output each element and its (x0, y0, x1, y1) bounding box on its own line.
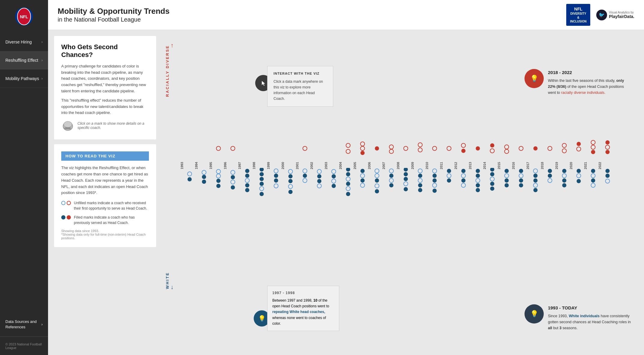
dot-w-2007-2[interactable] (389, 174, 394, 178)
sidebar-item-reshuffling-effect[interactable]: Reshuffling Effect › (0, 51, 48, 70)
sidebar-item-diverse-hiring[interactable]: Diverse Hiring › (0, 33, 48, 51)
dot-w-2016-1[interactable] (519, 169, 523, 173)
dot-w-2001-2[interactable] (303, 174, 307, 178)
dot-w-2002-3[interactable] (317, 179, 322, 183)
dot-rd-2010-1[interactable] (433, 146, 437, 151)
dot-w-2011-2[interactable] (447, 174, 451, 178)
dot-w-2016-2[interactable] (519, 174, 523, 178)
dot-w-2014-2[interactable] (490, 172, 494, 176)
dot-w-2012-3[interactable] (461, 178, 466, 183)
dot-w-2017-4[interactable] (534, 183, 538, 187)
dot-w-2011-1[interactable] (447, 169, 451, 173)
dot-rd-2022-2[interactable] (606, 145, 610, 149)
dot-w-1999-4[interactable] (274, 184, 278, 188)
dot-rd-2013-1[interactable] (476, 146, 480, 151)
dot-rd-1995-1[interactable] (216, 146, 221, 151)
dot-w-2018-1[interactable] (548, 169, 552, 173)
dot-w-2002-2[interactable] (317, 174, 322, 178)
dot-w-1993-2[interactable] (188, 177, 192, 181)
dot-w-2019-4[interactable] (562, 183, 567, 187)
dot-rd-2007-2[interactable] (389, 149, 394, 154)
dot-w-2018-3[interactable] (548, 178, 552, 183)
dot-rd-1996-1[interactable] (231, 146, 235, 151)
dot-w-2001-1[interactable] (303, 169, 307, 173)
dot-w-2012-4[interactable] (461, 183, 466, 187)
dot-w-1995-4[interactable] (216, 184, 221, 188)
viz-panel[interactable]: ↑ RACIALLY DIVERSE WHITE ↓ 1993 1994 199… (162, 36, 638, 349)
dot-w-2019-2[interactable] (562, 174, 567, 178)
dot-rd-2015-2[interactable] (505, 149, 509, 154)
dot-w-2006-1[interactable] (375, 169, 379, 173)
dot-w-2017-5[interactable] (534, 188, 538, 192)
dot-rd-2009-1[interactable] (418, 143, 422, 147)
dot-w-2005-3[interactable] (361, 178, 365, 183)
dot-w-2008-2[interactable] (404, 172, 408, 176)
dot-rd-2020-1[interactable] (577, 142, 581, 146)
dot-w-1998-2[interactable] (260, 172, 264, 176)
dot-w-2021-4[interactable] (591, 183, 595, 187)
dot-w-1998-3[interactable] (260, 177, 264, 181)
dot-w-1997-4[interactable] (245, 183, 249, 187)
dot-w-2010-4[interactable] (433, 183, 437, 187)
dot-w-2004-2[interactable] (346, 172, 350, 176)
dot-w-2005-2[interactable] (361, 174, 365, 178)
dot-w-2000-4[interactable] (289, 184, 293, 189)
dot-w-2001-3[interactable] (303, 178, 307, 183)
dot-rd-2007-1[interactable] (389, 145, 394, 149)
dot-rd-2011-1[interactable] (447, 146, 451, 151)
dot-rd-2022-1[interactable] (606, 140, 610, 145)
dot-w-2017-3[interactable] (534, 178, 538, 183)
dot-w-2022-3[interactable] (606, 179, 610, 183)
dot-w-2020-3[interactable] (577, 179, 581, 183)
dot-w-2002-4[interactable] (317, 184, 322, 188)
dot-w-2013-1[interactable] (476, 169, 480, 173)
dot-w-2013-3[interactable] (476, 178, 480, 183)
dot-w-2003-3[interactable] (332, 179, 336, 183)
dot-rd-2021-3[interactable] (591, 150, 595, 154)
dot-w-2000-5[interactable] (289, 190, 293, 194)
dot-rd-2005-3[interactable] (361, 151, 365, 155)
dot-w-1997-3[interactable] (245, 178, 249, 183)
dot-rd-2016-1[interactable] (519, 146, 523, 151)
dot-w-2007-4[interactable] (389, 183, 394, 187)
dot-w-1995-3[interactable] (216, 179, 221, 183)
dot-w-2009-5[interactable] (418, 188, 422, 192)
dot-rd-2004-2[interactable] (346, 149, 350, 154)
sidebar-item-data-sources[interactable]: Data Sources and References › (0, 312, 48, 337)
dot-rd-2014-2[interactable] (490, 149, 494, 153)
dot-w-2005-4[interactable] (361, 183, 365, 187)
dot-rd-2012-2[interactable] (461, 149, 466, 153)
dot-w-1993-1[interactable] (188, 172, 192, 176)
dot-w-1996-3[interactable] (231, 180, 235, 184)
dot-w-2003-2[interactable] (332, 174, 336, 178)
dot-w-2013-5[interactable] (476, 188, 480, 192)
dot-w-1996-4[interactable] (231, 185, 235, 189)
dot-w-2014-4[interactable] (490, 182, 494, 186)
dot-w-1998-5[interactable] (260, 186, 264, 191)
dot-w-1998-1[interactable] (260, 168, 264, 172)
dot-w-2003-4[interactable] (332, 184, 336, 188)
dot-w-2005-1[interactable] (361, 169, 365, 173)
dot-rd-2019-1[interactable] (562, 143, 567, 148)
dot-w-2009-2[interactable] (418, 174, 422, 178)
dot-w-2014-5[interactable] (490, 186, 494, 191)
dot-w-2013-4[interactable] (476, 183, 480, 187)
dot-w-2007-3[interactable] (389, 178, 394, 183)
dot-w-2006-5[interactable] (375, 189, 379, 193)
dot-w-1994-2[interactable] (202, 175, 206, 179)
dot-w-1996-2[interactable] (231, 175, 235, 179)
dot-rd-2009-2[interactable] (418, 148, 422, 152)
dot-w-2002-1[interactable] (317, 169, 322, 174)
dot-w-2010-2[interactable] (433, 174, 437, 178)
dot-rd-2012-1[interactable] (461, 143, 466, 148)
dot-rd-2008-1[interactable] (404, 146, 408, 151)
dot-rd-2006-1[interactable] (375, 146, 379, 151)
dot-w-2021-3[interactable] (591, 178, 595, 183)
dot-w-2015-2[interactable] (505, 174, 509, 178)
sidebar-item-mobility-pathways[interactable]: Mobility Pathways › (0, 70, 48, 88)
dot-w-2004-4[interactable] (346, 182, 350, 186)
dot-rd-2021-2[interactable] (591, 145, 595, 149)
dot-w-2003-1[interactable] (332, 169, 336, 174)
dot-w-2010-5[interactable] (433, 189, 437, 193)
dot-rd-2022-3[interactable] (606, 150, 610, 154)
